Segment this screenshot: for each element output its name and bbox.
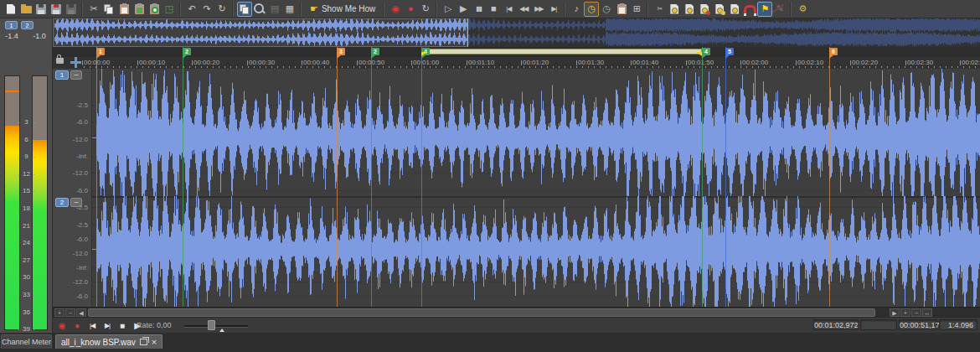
event-tool-4-button[interactable] [712, 2, 727, 17]
window-time-button[interactable]: ⊞ [629, 2, 644, 17]
preview-button[interactable]: ▤ [267, 2, 282, 17]
zoom-out-vertical-button[interactable]: − [65, 308, 75, 317]
event-tool-3-button[interactable] [697, 2, 712, 17]
audio-editor-window: ✂◳↶↷↻▤▦☛Show Me How◉●↻▷▶▮▮■|◀◀◀▶▶▶|♪◷◷⊞✂… [0, 0, 980, 352]
meter-channel-1-button[interactable]: 1 [5, 21, 18, 29]
record-remote-icon: ◉ [392, 4, 400, 13]
copy-button[interactable] [101, 2, 116, 17]
play-button[interactable]: ▶ [456, 2, 471, 17]
meter-1-peak-value: -1.4 [2, 32, 22, 40]
snap-magnet-button[interactable] [742, 2, 757, 17]
save-as-button[interactable] [49, 2, 64, 17]
region-end-flag-2[interactable]: 2 [371, 48, 379, 55]
scrollbar-thumb[interactable] [88, 308, 875, 317]
zoom-fit-button[interactable]: ↔ [922, 308, 932, 317]
selection-start-box[interactable]: 00:01:02,972 [813, 319, 859, 330]
waveform-channel-1[interactable] [92, 69, 980, 196]
go-to-start-button[interactable]: |◀ [85, 319, 99, 331]
zoom-in-vertical-button[interactable]: + [54, 308, 64, 317]
play-all-button[interactable]: ▷ [441, 2, 456, 17]
zoom-in-time-button[interactable]: + [900, 308, 910, 317]
document-tab[interactable]: all_i_know BSP.wav × [55, 334, 162, 349]
save-all-button[interactable] [64, 2, 79, 17]
rate-slider-track[interactable] [184, 325, 248, 328]
paste-event-button[interactable] [614, 2, 629, 17]
lock-loop-region-button[interactable]: ◷ [584, 2, 599, 17]
marker-flag-3[interactable]: 3 [337, 48, 345, 55]
loop-playback-button[interactable]: ↻ [418, 2, 433, 17]
channel-1-db-label: -6.0 [76, 186, 88, 194]
record-button[interactable]: ● [70, 319, 84, 331]
save-button[interactable] [34, 2, 49, 17]
marker-flag-6[interactable]: 6 [829, 48, 838, 55]
channel-2-button[interactable]: 2 [55, 198, 69, 207]
window-time-icon: ⊞ [633, 4, 641, 13]
region-end-flag-4[interactable]: 4 [702, 48, 710, 55]
audio-options-button[interactable]: ⚙ [795, 2, 810, 17]
selection-end-box[interactable] [860, 319, 897, 330]
paste-mix-button[interactable] [237, 2, 252, 17]
event-tool-1-icon [670, 4, 678, 14]
pause-button[interactable]: ▮▮ [471, 2, 486, 17]
scroll-left-button[interactable]: ◀ [76, 308, 86, 317]
record-remote-button[interactable]: ◉ [55, 319, 69, 331]
record-button[interactable]: ● [403, 2, 418, 17]
paste-to-new-button[interactable] [147, 2, 162, 17]
selection-length-box[interactable]: 00:00:51,176 [899, 319, 937, 330]
stop-button[interactable]: ■ [486, 2, 501, 17]
current-position-button[interactable]: ◷ [599, 2, 614, 17]
region-start-flag-2[interactable]: 2 [183, 48, 191, 55]
edit-tool-crosshair-icon[interactable] [70, 57, 81, 68]
selection-loop-bar[interactable] [421, 49, 702, 54]
scroll-right-button[interactable]: ▶ [890, 308, 900, 317]
ruler-ticks [84, 66, 980, 68]
event-tool-2-button[interactable] [682, 2, 697, 17]
lock-icon[interactable] [56, 58, 64, 64]
split-event-button[interactable]: ✂ [652, 2, 667, 17]
forward-button[interactable]: ▶▶ [531, 2, 546, 17]
overview-waveform-strip[interactable] [53, 18, 980, 48]
time-ruler[interactable]: 00:00:0000:00:1000:00:2000:00:3000:00:40… [53, 57, 980, 69]
spectral-view-button[interactable]: ▦ [282, 2, 297, 17]
redo-button[interactable]: ↷ [199, 2, 214, 17]
go-to-end-button[interactable]: ▶| [546, 2, 561, 17]
paste-special-button[interactable] [132, 2, 147, 17]
marker-tool-button[interactable]: ⚑ [757, 2, 772, 17]
edit-sample-button[interactable]: ♪ [569, 2, 584, 17]
zoom-out-time-button[interactable]: − [911, 308, 921, 317]
cut-button[interactable]: ✂ [86, 2, 101, 17]
go-to-end-button[interactable]: ▶| [101, 319, 114, 331]
restore-window-icon[interactable] [140, 339, 147, 345]
open-file-button[interactable] [18, 2, 34, 17]
meter-scale-label: 15 [20, 187, 33, 194]
marker-flag-1[interactable]: 1 [96, 48, 105, 55]
undo-button[interactable]: ↶ [184, 2, 199, 17]
pencil-edit-button[interactable]: ✎ [772, 2, 787, 17]
forward-icon: ▶▶ [534, 6, 543, 13]
channel-1-button[interactable]: 1 [55, 70, 69, 80]
trim-crop-button[interactable]: ◳ [162, 2, 177, 17]
event-tool-5-button[interactable] [727, 2, 742, 17]
repeat-button[interactable]: ↻ [214, 2, 230, 17]
go-to-start-button[interactable]: |◀ [501, 2, 516, 17]
stop-button[interactable]: ■ [116, 319, 129, 331]
zoom-ratio-box[interactable]: 1:4.096 [939, 319, 977, 330]
show-me-how-button[interactable]: ☛Show Me How [305, 2, 380, 17]
horizontal-scrollbar[interactable]: + − ◀ ▶ + − ↔ [53, 307, 980, 317]
record-remote-button[interactable]: ◉ [388, 2, 403, 17]
rewind-button[interactable]: ◀◀ [516, 2, 531, 17]
rate-slider-thumb[interactable] [208, 320, 215, 330]
meter-channel-2-button[interactable]: 2 [21, 21, 34, 29]
event-tool-1-button[interactable] [667, 2, 682, 17]
marker-flag-5[interactable]: 5 [725, 48, 734, 55]
paste-button[interactable] [116, 2, 132, 17]
marker-2-line [183, 47, 183, 307]
waveform-channel-2[interactable] [92, 196, 980, 307]
channel-1-db-label: -Inf. [76, 153, 88, 160]
zoom-tool-button[interactable] [252, 2, 267, 17]
close-document-icon[interactable]: × [152, 338, 157, 346]
channel-1-minimize-button[interactable]: – [70, 70, 82, 80]
new-file-button[interactable] [3, 2, 18, 17]
channel-meters-tab[interactable]: Channel Meters [1, 334, 52, 349]
record-icon: ● [408, 4, 414, 13]
